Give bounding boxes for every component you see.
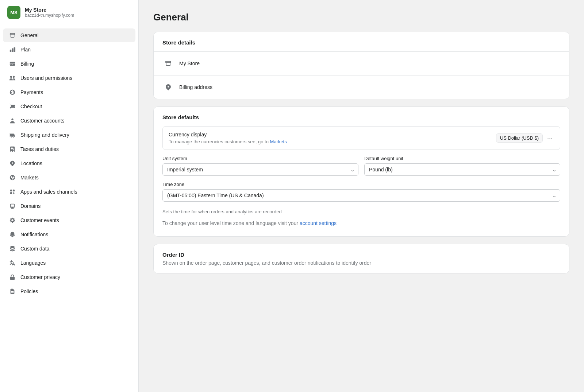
sidebar-item-taxes[interactable]: Taxes and duties bbox=[3, 142, 135, 156]
sidebar-item-general[interactable]: General bbox=[3, 28, 135, 42]
store-details-title: Store details bbox=[154, 32, 569, 51]
store-icon bbox=[9, 32, 16, 39]
sidebar-item-payments[interactable]: Payments bbox=[3, 85, 135, 99]
apps-icon bbox=[9, 188, 16, 195]
checkout-icon bbox=[9, 103, 16, 110]
billing-icon bbox=[9, 60, 16, 67]
page-title: General bbox=[153, 12, 569, 23]
sidebar-item-customer-events[interactable]: Customer events bbox=[3, 213, 135, 227]
billing-address-icon bbox=[162, 81, 174, 93]
sidebar-item-label: Languages bbox=[20, 260, 46, 266]
sidebar-item-languages[interactable]: Languages bbox=[3, 256, 135, 270]
domains-icon bbox=[9, 202, 16, 210]
sidebar-item-label: Notifications bbox=[20, 232, 48, 237]
sidebar-item-label: Taxes and duties bbox=[20, 146, 59, 152]
nav-list: General Plan Billing Users and permissio… bbox=[0, 25, 138, 302]
order-id-title: Order ID bbox=[162, 252, 560, 258]
markets-icon bbox=[9, 174, 16, 181]
sidebar-item-billing[interactable]: Billing bbox=[3, 57, 135, 71]
avatar: MS bbox=[7, 6, 20, 19]
timezone-field: Time zone (GMT-05:00) Eastern Time (US &… bbox=[162, 182, 560, 202]
sidebar-item-label: Locations bbox=[20, 160, 42, 166]
sidebar-item-label: Markets bbox=[20, 175, 39, 181]
sidebar-item-label: Policies bbox=[20, 288, 38, 294]
unit-weight-row: Unit system Imperial system Metric syste… bbox=[154, 156, 569, 182]
my-store-row[interactable]: My Store bbox=[154, 51, 569, 75]
sidebar-item-shipping[interactable]: Shipping and delivery bbox=[3, 128, 135, 142]
weight-unit-select[interactable]: Pound (lb) Ounce (oz) Kilogram (kg) Gram… bbox=[364, 163, 560, 176]
sidebar-item-label: Customer events bbox=[20, 217, 59, 223]
order-id-card: Order ID Shown on the order page, custom… bbox=[153, 244, 569, 273]
sidebar-item-label: Users and permissions bbox=[20, 75, 72, 81]
currency-display-desc: To manage the currencies customers see, … bbox=[169, 139, 287, 144]
unit-system-select[interactable]: Imperial system Metric system bbox=[162, 163, 358, 176]
account-link-section: To change your user level time zone and … bbox=[154, 214, 569, 233]
order-id-description: Shown on the order page, customer pages,… bbox=[162, 260, 560, 266]
plan-icon bbox=[9, 46, 16, 53]
shipping-icon bbox=[9, 131, 16, 139]
sidebar-item-label: General bbox=[20, 32, 39, 38]
store-url: bacz1d-tn.myshopify.com bbox=[25, 13, 74, 18]
sidebar-item-label: Shipping and delivery bbox=[20, 132, 69, 138]
sidebar-item-locations[interactable]: Locations bbox=[3, 156, 135, 170]
customer-icon bbox=[9, 117, 16, 124]
currency-more-button[interactable]: ··· bbox=[546, 133, 554, 143]
weight-unit-label: Default weight unit bbox=[364, 156, 560, 161]
store-row-icon bbox=[162, 58, 174, 69]
sidebar-item-label: Payments bbox=[20, 89, 43, 95]
currency-display-row: Currency display To manage the currencie… bbox=[162, 126, 560, 150]
timezone-section: Time zone (GMT-05:00) Eastern Time (US &… bbox=[154, 182, 569, 207]
unit-system-label: Unit system bbox=[162, 156, 358, 161]
sidebar-item-markets[interactable]: Markets bbox=[3, 171, 135, 185]
weight-unit-select-wrapper: Pound (lb) Ounce (oz) Kilogram (kg) Gram… bbox=[364, 163, 560, 176]
locations-icon bbox=[9, 160, 16, 167]
unit-system-select-wrapper: Imperial system Metric system ⌄ bbox=[162, 163, 358, 176]
sidebar-item-plan[interactable]: Plan bbox=[3, 43, 135, 57]
store-name: My Store bbox=[25, 7, 74, 13]
sidebar-item-label: Domains bbox=[20, 203, 41, 209]
sidebar-item-domains[interactable]: Domains bbox=[3, 199, 135, 213]
sidebar-item-label: Plan bbox=[20, 47, 31, 53]
sidebar-item-label: Customer privacy bbox=[20, 274, 60, 280]
currency-display-title: Currency display bbox=[169, 132, 287, 137]
custom-data-icon bbox=[9, 245, 16, 252]
timezone-select-wrapper: (GMT-05:00) Eastern Time (US & Canada) ⌄ bbox=[162, 189, 560, 202]
events-icon bbox=[9, 217, 16, 224]
billing-address-label: Billing address bbox=[179, 84, 212, 90]
sidebar-item-policies[interactable]: Policies bbox=[3, 284, 135, 298]
notifications-icon bbox=[9, 231, 16, 238]
sidebar-item-label: Customer accounts bbox=[20, 118, 65, 124]
timezone-select[interactable]: (GMT-05:00) Eastern Time (US & Canada) bbox=[162, 189, 560, 202]
timezone-label: Time zone bbox=[162, 182, 560, 187]
currency-badge: US Dollar (USD $) bbox=[496, 133, 543, 143]
markets-link[interactable]: Markets bbox=[270, 139, 287, 144]
privacy-icon bbox=[9, 273, 16, 281]
sidebar-item-users[interactable]: Users and permissions bbox=[3, 71, 135, 85]
store-details-card: Store details My Store Billing address bbox=[153, 32, 569, 99]
sidebar-item-label: Apps and sales channels bbox=[20, 189, 77, 195]
unit-system-field: Unit system Imperial system Metric syste… bbox=[162, 156, 358, 176]
sidebar-item-customer-accounts[interactable]: Customer accounts bbox=[3, 114, 135, 128]
sidebar-item-notifications[interactable]: Notifications bbox=[3, 228, 135, 241]
sidebar-item-checkout[interactable]: Checkout bbox=[3, 100, 135, 113]
sidebar-item-label: Checkout bbox=[20, 104, 42, 109]
main-content: General Store details My Store Billing a… bbox=[139, 0, 584, 392]
taxes-icon bbox=[9, 145, 16, 153]
sidebar-item-apps[interactable]: Apps and sales channels bbox=[3, 185, 135, 199]
store-defaults-title: Store defaults bbox=[154, 107, 569, 126]
sidebar-item-custom-data[interactable]: Custom data bbox=[3, 242, 135, 256]
payments-icon bbox=[9, 89, 16, 96]
sidebar-item-customer-privacy[interactable]: Customer privacy bbox=[3, 270, 135, 284]
policies-icon bbox=[9, 288, 16, 295]
users-icon bbox=[9, 74, 16, 82]
weight-unit-field: Default weight unit Pound (lb) Ounce (oz… bbox=[364, 156, 560, 176]
currency-right: US Dollar (USD $) ··· bbox=[496, 133, 554, 143]
sidebar: MS My Store bacz1d-tn.myshopify.com Gene… bbox=[0, 0, 139, 392]
languages-icon bbox=[9, 259, 16, 267]
sidebar-item-label: Custom data bbox=[20, 246, 49, 252]
store-header[interactable]: MS My Store bacz1d-tn.myshopify.com bbox=[0, 0, 138, 25]
account-settings-link[interactable]: account settings bbox=[300, 220, 337, 226]
timezone-note: Sets the time for when orders and analyt… bbox=[154, 207, 569, 214]
billing-address-row[interactable]: Billing address bbox=[154, 75, 569, 99]
sidebar-item-label: Billing bbox=[20, 61, 34, 67]
